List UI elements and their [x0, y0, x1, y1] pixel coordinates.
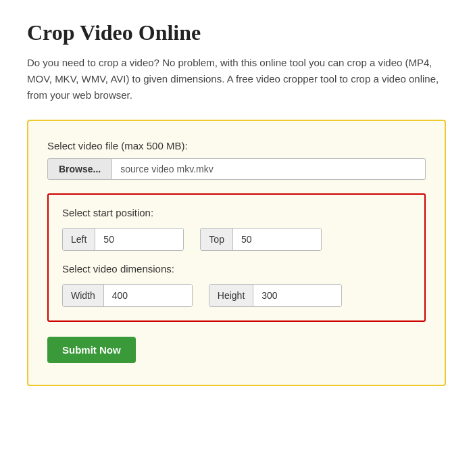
left-input[interactable] — [95, 229, 183, 250]
width-input-group: Width — [62, 284, 193, 307]
left-input-group: Left — [62, 228, 184, 251]
width-label: Width — [63, 285, 104, 306]
width-input[interactable] — [104, 285, 192, 306]
position-inputs-row: Left Top — [62, 228, 411, 251]
top-input[interactable] — [233, 229, 321, 250]
dimensions-section-label: Select video dimensions: — [62, 263, 411, 275]
file-select-label: Select video file (max 500 MB): — [47, 140, 426, 151]
main-card: Select video file (max 500 MB): Browse..… — [27, 120, 446, 386]
submit-button[interactable]: Submit Now — [47, 337, 136, 363]
crop-section: Select start position: Left Top Select v… — [47, 193, 426, 322]
file-input-row: Browse... source video mkv.mkv — [47, 158, 426, 180]
top-input-group: Top — [200, 228, 322, 251]
height-input-group: Height — [209, 284, 342, 307]
dimensions-inputs-row: Width Height — [62, 284, 411, 307]
file-name-display: source video mkv.mkv — [112, 158, 426, 180]
height-input[interactable] — [253, 285, 341, 306]
page-description: Do you need to crop a video? No problem,… — [27, 55, 446, 103]
top-label: Top — [201, 229, 233, 250]
left-label: Left — [63, 229, 95, 250]
height-label: Height — [209, 285, 253, 306]
page-title: Crop Video Online — [27, 20, 446, 45]
position-section-label: Select start position: — [62, 207, 411, 218]
browse-button[interactable]: Browse... — [47, 158, 112, 180]
